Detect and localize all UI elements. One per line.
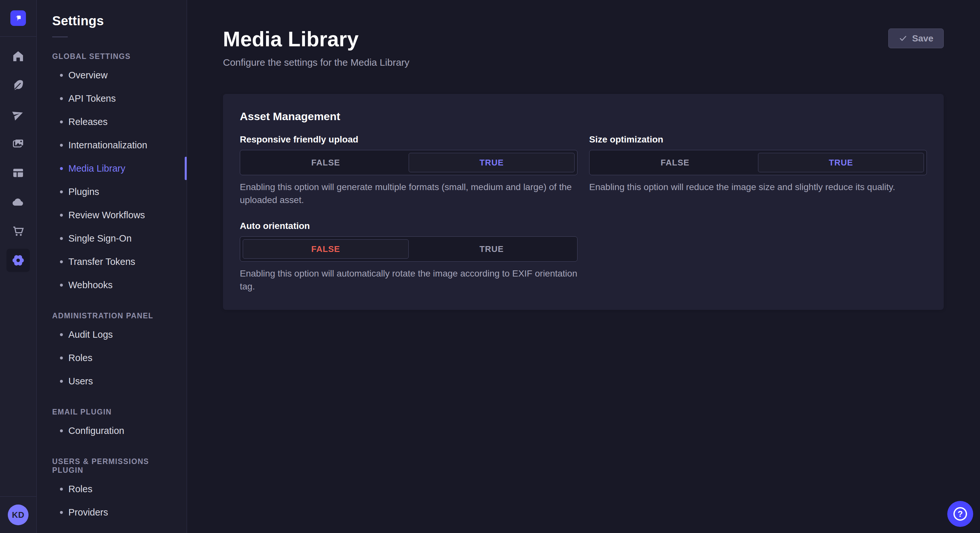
help-button[interactable]: ?: [947, 501, 973, 527]
layout-icon: [12, 167, 25, 179]
sidebar-item-label: Roles: [68, 484, 92, 495]
rail-item-content-type-builder[interactable]: [0, 159, 36, 187]
cart-icon: [12, 225, 25, 238]
sidebar-title-rule: [52, 36, 68, 37]
bullet-icon: [60, 429, 63, 432]
sidebar-item-review-workflows[interactable]: Review Workflows: [37, 203, 187, 227]
gear-icon: [12, 254, 25, 267]
send-icon: [12, 108, 25, 121]
sidebar-item-webhooks[interactable]: Webhooks: [37, 273, 187, 297]
toggle-option-false[interactable]: FALSE: [592, 153, 758, 172]
bullet-icon: [60, 74, 63, 77]
sidebar-item-label: Review Workflows: [68, 210, 145, 220]
toggle-option-true[interactable]: TRUE: [758, 153, 924, 172]
field-label: Responsive friendly upload: [240, 134, 578, 145]
page-title: Media Library: [223, 27, 409, 51]
sidebar-item-transfer-tokens[interactable]: Transfer Tokens: [37, 250, 187, 273]
bullet-icon: [60, 97, 63, 100]
sidebar-item-releases[interactable]: Releases: [37, 110, 187, 133]
bullet-icon: [60, 190, 63, 194]
sidebar-section-list: Overview API Tokens Releases Internation…: [37, 63, 187, 297]
icon-rail: KD: [0, 0, 37, 533]
strapi-logo[interactable]: [10, 10, 26, 26]
toggle-option-true[interactable]: TRUE: [409, 239, 574, 259]
bullet-icon: [60, 284, 63, 287]
bullet-icon: [60, 237, 63, 240]
sidebar-item-roles[interactable]: Roles: [37, 477, 187, 501]
sidebar-item-label: Configuration: [68, 425, 124, 436]
sidebar-item-media-library[interactable]: Media Library: [37, 157, 187, 180]
rail-nav: [0, 36, 36, 275]
rail-item-media-library[interactable]: [0, 129, 36, 159]
boolean-toggle: FALSETRUE: [240, 150, 578, 175]
sidebar-item-overview[interactable]: Overview: [37, 63, 187, 87]
toggle-option-false[interactable]: FALSE: [243, 239, 409, 259]
sidebar-item-users[interactable]: Users: [37, 370, 187, 393]
sidebar-section-list: Configuration: [37, 419, 187, 443]
bullet-icon: [60, 357, 63, 359]
sidebar-item-api-tokens[interactable]: API Tokens: [37, 87, 187, 110]
sidebar-item-audit-logs[interactable]: Audit Logs: [37, 323, 187, 346]
boolean-field: Auto orientation FALSETRUE Enabling this…: [240, 221, 578, 293]
sidebar-item-roles[interactable]: Roles: [37, 346, 187, 370]
page-subtitle: Configure the settings for the Media Lib…: [223, 57, 409, 68]
toggle-option-false[interactable]: FALSE: [243, 153, 409, 172]
sidebar-item-label: Audit Logs: [68, 329, 113, 340]
main-content: Media Library Configure the settings for…: [187, 0, 980, 533]
sidebar-section-label: ADMINISTRATION PANEL: [37, 311, 187, 320]
sidebar-item-label: Releases: [68, 117, 108, 127]
boolean-toggle: FALSETRUE: [240, 236, 578, 262]
field-hint: Enabling this option will automatically …: [240, 267, 578, 293]
sidebar-section-label: USERS & PERMISSIONS PLUGIN: [37, 457, 187, 475]
rail-item-deploy[interactable]: [0, 187, 36, 217]
sidebar-item-single-sign-on[interactable]: Single Sign-On: [37, 227, 187, 250]
sidebar-section-label: GLOBAL SETTINGS: [37, 52, 187, 61]
sidebar-item-label: API Tokens: [68, 93, 116, 104]
sidebar-sections: GLOBAL SETTINGS Overview API Tokens Rele…: [37, 52, 187, 524]
rail-item-home[interactable]: [0, 42, 36, 71]
rail-item-settings[interactable]: [0, 246, 36, 275]
sidebar-item-plugins[interactable]: Plugins: [37, 180, 187, 203]
logo-cell: [0, 0, 36, 36]
rail-item-marketplace[interactable]: [0, 217, 36, 246]
rail-footer: KD: [0, 497, 36, 533]
media-icon: [12, 137, 25, 150]
sidebar-item-label: Webhooks: [68, 280, 113, 290]
sidebar-item-providers[interactable]: Providers: [37, 501, 187, 524]
sidebar-item-label: Users: [68, 376, 93, 387]
bullet-icon: [60, 380, 63, 383]
bullet-icon: [60, 214, 63, 217]
sidebar-item-label: Overview: [68, 70, 108, 81]
field-hint: Enabling this option will reduce the ima…: [589, 181, 927, 194]
sidebar-section-list: Roles Providers: [37, 477, 187, 524]
check-icon: [899, 34, 907, 43]
sidebar-item-internationalization[interactable]: Internationalization: [37, 133, 187, 157]
sidebar-section: EMAIL PLUGIN Configuration: [37, 408, 187, 443]
sidebar-section-label: EMAIL PLUGIN: [37, 408, 187, 416]
toggle-option-true[interactable]: TRUE: [409, 153, 574, 172]
sidebar-item-label: Media Library: [68, 163, 126, 174]
sidebar-item-configuration[interactable]: Configuration: [37, 419, 187, 443]
rail-item-content[interactable]: [0, 71, 36, 100]
question-mark-icon: ?: [953, 507, 967, 521]
bullet-icon: [60, 144, 63, 147]
home-icon: [12, 50, 25, 63]
bullet-icon: [60, 260, 63, 263]
bullet-icon: [60, 167, 63, 170]
bullet-icon: [60, 121, 63, 124]
bullet-icon: [60, 511, 63, 514]
rail-item-releases[interactable]: [0, 100, 36, 129]
sidebar-item-label: Single Sign-On: [68, 233, 132, 244]
card-title: Asset Management: [240, 110, 927, 123]
sidebar-section-list: Audit Logs Roles Users: [37, 323, 187, 393]
user-avatar[interactable]: KD: [8, 504, 29, 525]
asset-management-card: Asset Management Responsive friendly upl…: [223, 94, 944, 310]
save-button-label: Save: [912, 33, 933, 44]
boolean-toggle: FALSETRUE: [589, 150, 927, 175]
sidebar-item-label: Roles: [68, 353, 92, 363]
boolean-field: Responsive friendly upload FALSETRUE Ena…: [240, 134, 578, 206]
app-root: KD Settings GLOBAL SETTINGS Overview API…: [0, 0, 980, 533]
boolean-field: Size optimization FALSETRUE Enabling thi…: [589, 134, 927, 206]
sidebar-title: Settings: [52, 14, 171, 28]
save-button[interactable]: Save: [888, 29, 944, 48]
